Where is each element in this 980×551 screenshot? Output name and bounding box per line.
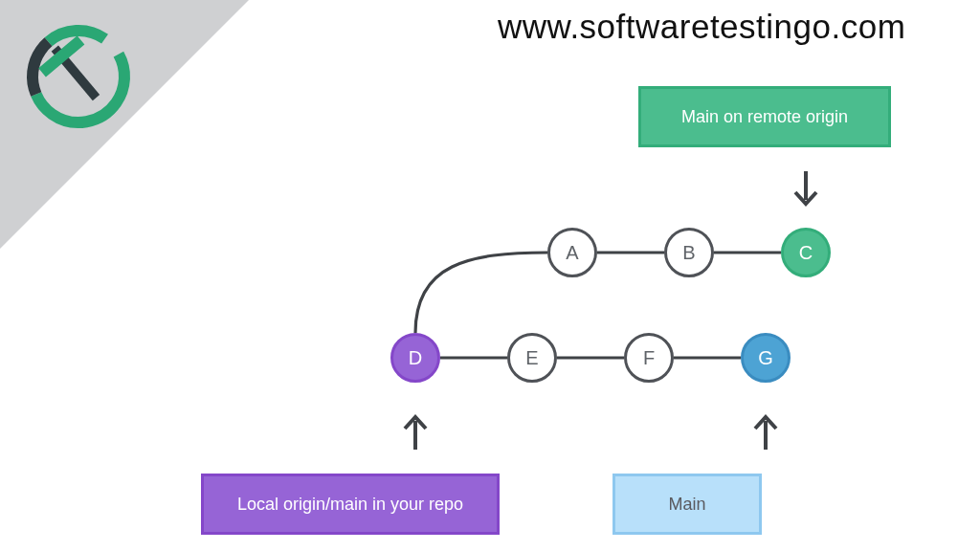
commit-A: A (547, 228, 597, 277)
label-local-origin-main-text: Local origin/main in your repo (237, 495, 463, 515)
label-main: Main (612, 474, 762, 535)
arrow-up-icon (396, 409, 434, 453)
label-local-origin-main: Local origin/main in your repo (201, 474, 500, 535)
site-url: www.softwaretestingo.com (498, 8, 905, 46)
edge-D-A-curve (415, 253, 547, 333)
commit-G: G (741, 333, 791, 383)
commit-B: B (664, 228, 714, 277)
commit-D: D (390, 333, 440, 383)
edge-layer (0, 0, 980, 551)
label-remote-main: Main on remote origin (638, 86, 891, 147)
arrow-down-icon (787, 167, 825, 211)
site-logo (21, 19, 136, 134)
git-diagram: A B C D E F G Main on remote origin Loca… (0, 0, 980, 551)
commit-F: F (624, 333, 674, 383)
arrow-up-icon (746, 409, 785, 453)
commit-C: C (781, 228, 831, 277)
label-main-text: Main (668, 495, 705, 515)
label-remote-main-text: Main on remote origin (681, 107, 848, 127)
commit-E: E (507, 333, 557, 383)
